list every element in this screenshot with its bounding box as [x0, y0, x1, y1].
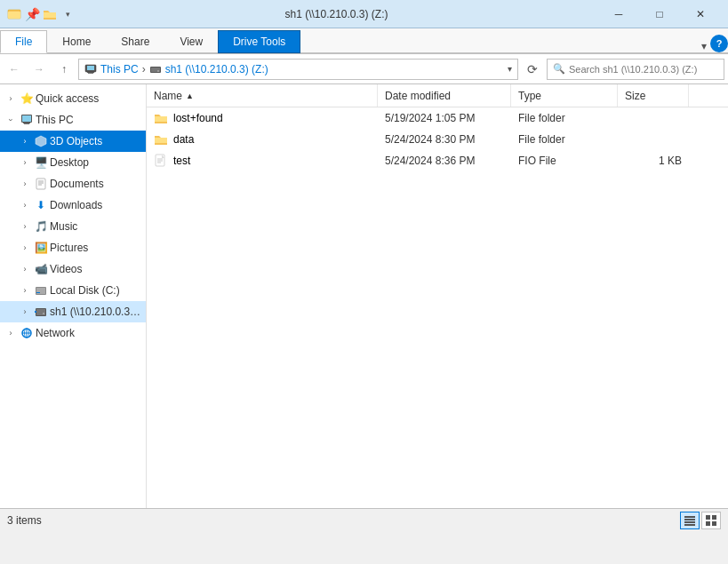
file-size-cell: 1 KB	[618, 155, 689, 167]
path-sep-1: ›	[142, 63, 146, 75]
address-path[interactable]: This PC › sh1 (\\10.210.0.3) (Z:) ▾	[78, 59, 518, 80]
svg-rect-34	[684, 519, 695, 520]
network-icon	[20, 326, 34, 340]
sidebar-item-videos[interactable]: › 📹 Videos	[0, 258, 146, 280]
file-type-cell: FIO File	[511, 155, 618, 167]
details-view-icon	[684, 514, 696, 527]
path-dropdown-arrow[interactable]: ▾	[508, 64, 512, 74]
sidebar-item-3d-objects[interactable]: › 3D Objects	[0, 131, 146, 152]
svg-point-8	[157, 70, 159, 72]
expand-arrow-downloads: ›	[18, 198, 32, 212]
column-size-label: Size	[625, 90, 645, 102]
folder-icon-tb	[43, 7, 57, 21]
svg-rect-11	[24, 123, 29, 124]
folder-icon	[154, 111, 168, 125]
svg-rect-33	[684, 516, 695, 518]
column-type-label: Type	[518, 90, 541, 102]
item-count: 3 items	[7, 514, 42, 527]
sort-arrow: ▲	[186, 91, 194, 100]
sidebar: › ⭐ Quick access › This PC › 3D Objects	[0, 84, 147, 508]
ribbon-expand-icon: ▾	[701, 40, 707, 52]
address-bar: ← → ↑ This PC › sh1 (\\10.210.0.3) (Z:) …	[0, 54, 728, 84]
close-button[interactable]: ✕	[680, 0, 721, 28]
sidebar-item-local-disk[interactable]: › Local Disk (C:)	[0, 280, 146, 301]
search-box[interactable]: 🔍	[547, 59, 724, 80]
sidebar-item-this-pc[interactable]: › This PC	[0, 109, 146, 131]
table-row[interactable]: test 5/24/2024 8:36 PM FIO File 1 KB	[147, 150, 728, 171]
column-header-type[interactable]: Type	[511, 84, 618, 107]
file-name-label: data	[173, 133, 194, 146]
sidebar-item-label-sh1: sh1 (\\10.210.0.3) (Z	[50, 306, 142, 318]
sidebar-item-quick-access[interactable]: › ⭐ Quick access	[0, 88, 146, 109]
svg-rect-29	[156, 155, 164, 166]
column-header-name[interactable]: Name ▲	[147, 84, 378, 107]
3d-objects-icon	[34, 134, 48, 148]
large-icons-view-button[interactable]	[701, 512, 721, 529]
sidebar-item-music[interactable]: › 🎵 Music	[0, 216, 146, 237]
sidebar-item-network[interactable]: › Network	[0, 322, 146, 344]
file-name-cell: test	[147, 154, 378, 168]
sidebar-item-desktop[interactable]: › 🖥️ Desktop	[0, 152, 146, 173]
expand-arrow-3d-objects: ›	[18, 134, 32, 148]
sidebar-item-pictures[interactable]: › 🖼️ Pictures	[0, 237, 146, 258]
sidebar-item-label-quick-access: Quick access	[36, 92, 99, 105]
small-arrow-icon: ▾	[60, 7, 75, 21]
svg-rect-35	[684, 521, 695, 523]
search-input[interactable]	[569, 64, 718, 75]
details-view-button[interactable]	[680, 512, 700, 529]
maximize-button[interactable]: □	[639, 0, 680, 28]
forward-button[interactable]: →	[28, 59, 50, 80]
path-drive[interactable]: sh1 (\\10.210.0.3) (Z:)	[165, 63, 268, 75]
sidebar-item-label-downloads: Downloads	[50, 199, 102, 211]
column-header-date[interactable]: Date modified	[378, 84, 511, 107]
path-this-pc[interactable]: This PC	[100, 63, 139, 75]
tab-home[interactable]: Home	[47, 29, 106, 52]
up-button[interactable]: ↑	[53, 59, 75, 80]
expand-arrow-local-disk: ›	[18, 283, 32, 298]
svg-point-23	[43, 313, 44, 314]
app-icon	[7, 7, 21, 21]
expand-arrow-this-pc: ›	[4, 113, 18, 127]
status-bar: 3 items	[0, 508, 728, 531]
svg-rect-40	[712, 521, 716, 526]
svg-rect-1	[8, 12, 20, 19]
documents-icon	[34, 177, 48, 191]
sidebar-item-label-desktop: Desktop	[50, 156, 89, 169]
sidebar-item-documents[interactable]: › Documents	[0, 173, 146, 195]
svg-rect-4	[88, 73, 93, 74]
ribbon: File Home Share View Drive Tools ▾ ?	[0, 28, 728, 54]
window-title: sh1 (\\10.210.0.3) (Z:)	[78, 8, 595, 20]
tab-view[interactable]: View	[164, 29, 218, 52]
svg-rect-20	[36, 292, 40, 293]
column-date-label: Date modified	[385, 90, 451, 102]
tab-share[interactable]: Share	[106, 29, 164, 52]
column-header-size[interactable]: Size	[618, 84, 689, 107]
table-row[interactable]: lost+found 5/19/2024 1:05 PM File folder	[147, 107, 728, 129]
help-button[interactable]: ?	[710, 35, 728, 52]
minimize-button[interactable]: ─	[598, 0, 639, 28]
downloads-icon: ⬇	[34, 198, 48, 212]
refresh-button[interactable]: ⟳	[522, 59, 543, 80]
file-list: lost+found 5/19/2024 1:05 PM File folder…	[147, 107, 728, 171]
column-name-label: Name	[154, 90, 182, 102]
expand-arrow-documents: ›	[18, 177, 32, 191]
table-row[interactable]: data 5/24/2024 8:30 PM File folder	[147, 129, 728, 150]
file-date-cell: 5/19/2024 1:05 PM	[378, 112, 511, 124]
ribbon-tabs: File Home Share View Drive Tools ▾ ?	[0, 28, 728, 53]
file-name-label: test	[173, 155, 190, 167]
sidebar-item-downloads[interactable]: › ⬇ Downloads	[0, 195, 146, 216]
pin-icon: 📌	[25, 7, 39, 21]
tab-file[interactable]: File	[0, 30, 47, 53]
sidebar-item-sh1-drive[interactable]: › sh1 (\\10.210.0.3) (Z	[0, 301, 146, 322]
pictures-icon: 🖼️	[34, 241, 48, 255]
back-button[interactable]: ←	[4, 59, 25, 80]
drive-path-icon	[149, 63, 162, 75]
svg-rect-22	[36, 309, 45, 315]
expand-arrow-pictures: ›	[18, 241, 32, 255]
file-type-cell: File folder	[511, 133, 618, 146]
expand-arrow-network: ›	[4, 326, 18, 340]
file-date-cell: 5/24/2024 8:36 PM	[378, 155, 511, 167]
svg-rect-12	[23, 123, 30, 123]
file-date-cell: 5/24/2024 8:30 PM	[378, 133, 511, 146]
tab-drive-tools[interactable]: Drive Tools	[218, 30, 300, 53]
